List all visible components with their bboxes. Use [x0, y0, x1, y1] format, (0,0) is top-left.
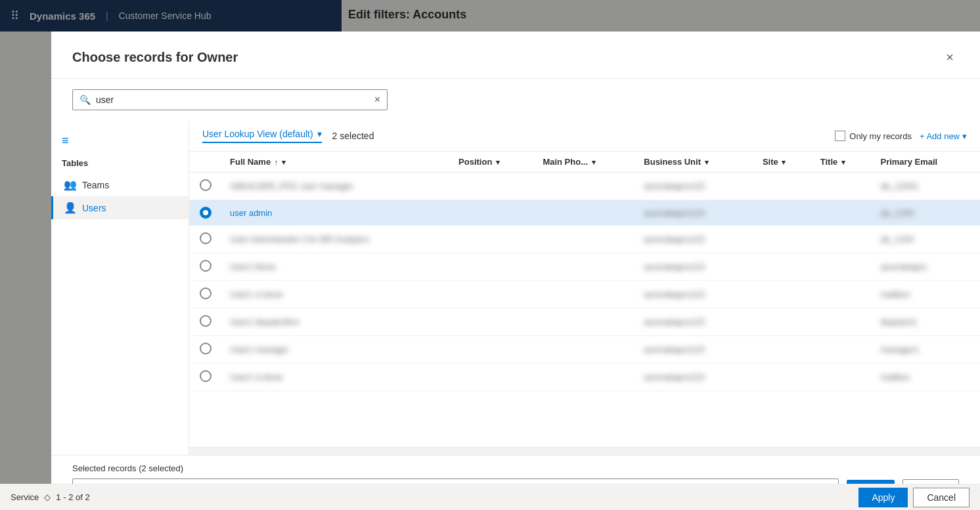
row-full-name[interactable]: User1 dispatchfrm [222, 308, 451, 336]
position-filter-icon: ▾ [496, 158, 500, 166]
row-title [813, 336, 873, 364]
row-main-phone [535, 226, 636, 253]
add-new-label: + Add new [920, 131, 960, 141]
row-title [813, 253, 873, 281]
phone-filter-icon: ▾ [592, 158, 596, 166]
row-primary-email: dispatch1 [872, 308, 980, 336]
row-business-unit: aurorabapro123 [636, 364, 755, 391]
row-radio-cell[interactable] [189, 336, 222, 364]
row-full-name[interactable]: user admin [222, 200, 451, 226]
row-full-name[interactable]: User1 cl.done [222, 281, 451, 308]
col-full-name[interactable]: Full Name ↑ ▾ [222, 152, 451, 173]
col-title[interactable]: Title ▾ [813, 152, 873, 173]
col-position[interactable]: Position ▾ [451, 152, 535, 173]
radio-button[interactable] [200, 370, 212, 382]
table-row[interactable]: AIBUILDER_POC user manageraurorabapro123… [189, 173, 980, 200]
row-business-unit: aurorabapro123 [636, 253, 755, 281]
diamond-icon: ◇ [44, 492, 51, 502]
add-new-button[interactable]: + Add new ▾ [920, 131, 967, 141]
row-site [755, 364, 813, 391]
row-title [813, 173, 873, 200]
row-radio-cell[interactable] [189, 226, 222, 253]
only-my-records-checkbox[interactable] [835, 131, 845, 141]
filter-lines-icon: ≡ [51, 129, 189, 153]
title-filter-icon: ▾ [841, 158, 845, 166]
radio-button[interactable] [200, 207, 212, 219]
row-full-name[interactable]: AIBUILDER_POC user manager [222, 173, 451, 200]
row-position [451, 308, 535, 336]
row-main-phone [535, 336, 636, 364]
col-site[interactable]: Site ▾ [755, 152, 813, 173]
table-row[interactable]: User1 cl.doneaurorabapro123mailbox [189, 281, 980, 308]
only-my-records-label[interactable]: Only my records [835, 131, 912, 141]
bottom-bar: Service ◇ 1 - 2 of 2 Apply Cancel [0, 484, 980, 510]
row-title [813, 200, 873, 226]
table-row[interactable]: User1 floresaurorabapro123aurorabapro [189, 253, 980, 281]
choose-records-dialog: Choose records for Owner × 🔍 × ≡ Tables … [51, 32, 980, 510]
row-position [451, 253, 535, 281]
row-main-phone [535, 364, 636, 391]
radio-button[interactable] [200, 343, 212, 354]
row-title [813, 364, 873, 391]
row-site [755, 173, 813, 200]
toolbar-right: Only my records + Add new ▾ [835, 131, 967, 141]
view-selector[interactable]: User Lookup View (default) ▾ [202, 129, 322, 143]
row-main-phone [535, 200, 636, 226]
col-business-unit[interactable]: Business Unit ▾ [636, 152, 755, 173]
row-primary-email: aurorabapro [872, 253, 980, 281]
table-row[interactable]: User Administrator CIA 365 Analyticsauro… [189, 226, 980, 253]
view-chevron-icon: ▾ [317, 129, 322, 139]
radio-button[interactable] [200, 260, 212, 272]
selected-count: 2 selected [332, 131, 374, 141]
row-business-unit: aurorabapro123 [636, 308, 755, 336]
table-row[interactable]: User1 dispatchfrmaurorabapro123dispatch1 [189, 308, 980, 336]
col-select [189, 152, 222, 173]
selected-records-label: Selected records (2 selected) [72, 463, 959, 473]
search-clear-button[interactable]: × [374, 94, 380, 106]
view-label: User Lookup View (default) [202, 129, 313, 139]
radio-button[interactable] [200, 232, 212, 244]
row-radio-cell[interactable] [189, 281, 222, 308]
cancel-bar-button[interactable]: Cancel [913, 488, 969, 507]
row-business-unit: aurorabapro123 [636, 173, 755, 200]
col-primary-email[interactable]: Primary Email [872, 152, 980, 173]
row-full-name[interactable]: User Administrator CIA 365 Analytics [222, 226, 451, 253]
dialog-close-button[interactable]: × [941, 47, 959, 68]
row-radio-cell[interactable] [189, 253, 222, 281]
row-radio-cell[interactable] [189, 200, 222, 226]
radio-button[interactable] [200, 287, 212, 299]
row-title [813, 281, 873, 308]
row-main-phone [535, 253, 636, 281]
table-row[interactable]: User1 cl.doneaurorabapro123mailbox [189, 364, 980, 391]
table-row[interactable]: User1 manageraurorabapro123manager1 [189, 336, 980, 364]
row-primary-email: mailbox [872, 281, 980, 308]
apply-button[interactable]: Apply [858, 488, 908, 507]
row-full-name-link[interactable]: user admin [230, 208, 272, 218]
row-full-name[interactable]: User1 flores [222, 253, 451, 281]
bottom-nav-label: Service [11, 492, 39, 502]
col-main-phone[interactable]: Main Pho... ▾ [535, 152, 636, 173]
radio-button[interactable] [200, 179, 212, 191]
search-input[interactable] [96, 95, 374, 105]
tables-sidebar: ≡ Tables 👥 Teams 👤 Users [51, 121, 189, 455]
row-full-name[interactable]: User1 cl.done [222, 364, 451, 391]
search-area: 🔍 × [51, 79, 980, 121]
row-site [755, 253, 813, 281]
radio-button[interactable] [200, 315, 212, 327]
table-row[interactable]: user adminaurorabapro123ab_1234 [189, 200, 980, 226]
row-site [755, 308, 813, 336]
row-full-name[interactable]: User1 manager [222, 336, 451, 364]
row-radio-cell[interactable] [189, 364, 222, 391]
row-business-unit: aurorabapro123 [636, 281, 755, 308]
sidebar-item-users[interactable]: 👤 Users [51, 196, 189, 219]
row-position [451, 226, 535, 253]
dialog-header: Choose records for Owner × [51, 32, 980, 79]
row-radio-cell[interactable] [189, 308, 222, 336]
row-site [755, 336, 813, 364]
data-table-container: Full Name ↑ ▾ Position ▾ Main Pho... ▾ [189, 152, 980, 447]
row-position [451, 200, 535, 226]
horizontal-scrollbar[interactable] [189, 447, 980, 455]
teams-label: Teams [82, 180, 109, 190]
sidebar-item-teams[interactable]: 👥 Teams [51, 173, 189, 196]
row-radio-cell[interactable] [189, 173, 222, 200]
